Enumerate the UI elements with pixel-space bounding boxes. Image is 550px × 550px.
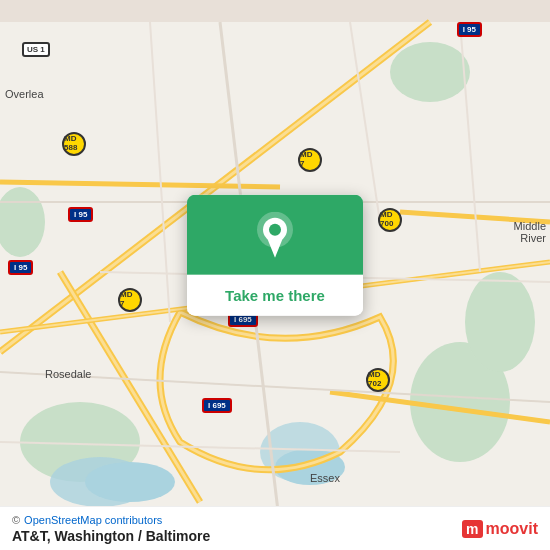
svg-point-5	[465, 272, 535, 372]
shield-i95-bottom: I 95	[8, 260, 33, 275]
shield-us1: US 1	[22, 42, 50, 57]
popup-green-section	[187, 195, 363, 275]
shield-i95-top: I 95	[457, 22, 482, 37]
shield-md7-bottom: MD7	[118, 288, 142, 312]
map-container: US 1 I 95 I 95 I 95 I 695 I 695 MD588 MD…	[0, 0, 550, 550]
shield-md700: MD700	[378, 208, 402, 232]
moovit-m-icon: m	[462, 520, 482, 538]
popup-card: Take me there	[187, 195, 363, 316]
label-rosedale: Rosedale	[45, 368, 91, 380]
bottom-bar: © OpenStreetMap contributors AT&T, Washi…	[0, 506, 550, 550]
osm-link[interactable]: OpenStreetMap contributors	[24, 514, 162, 526]
shield-i95-mid: I 95	[68, 207, 93, 222]
svg-point-29	[269, 224, 281, 236]
shield-md588: MD588	[62, 132, 86, 156]
label-middle-river: MiddleRiver	[514, 220, 546, 244]
label-essex: Essex	[310, 472, 340, 484]
attribution: © OpenStreetMap contributors	[12, 514, 210, 526]
moovit-logo: m moovit	[462, 520, 538, 538]
location-title: AT&T, Washington / Baltimore	[12, 528, 210, 544]
attribution-symbol: ©	[12, 514, 20, 526]
location-pin-icon	[255, 215, 295, 255]
moovit-wordmark: moovit	[486, 520, 538, 538]
svg-point-6	[390, 42, 470, 102]
svg-point-8	[85, 462, 175, 502]
popup-wrapper: Take me there	[265, 266, 285, 280]
svg-marker-30	[267, 238, 283, 258]
label-overlea: Overlea	[5, 88, 44, 100]
shield-md702: MD702	[366, 368, 390, 392]
take-me-there-button[interactable]: Take me there	[187, 275, 363, 316]
shield-md7-top: MD7	[298, 148, 322, 172]
shield-i695-lower: I 695	[202, 398, 232, 413]
